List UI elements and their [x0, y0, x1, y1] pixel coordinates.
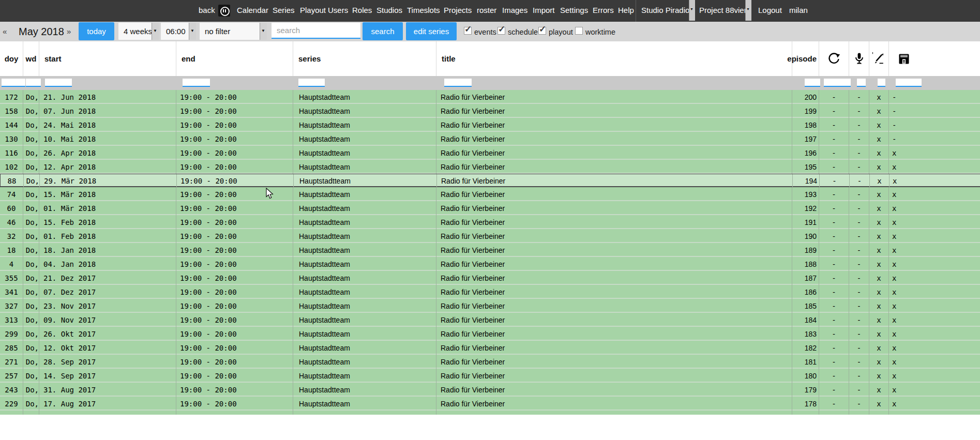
filter-doy-input[interactable]: [2, 79, 25, 87]
rerun-cell: -: [819, 285, 849, 299]
table-row[interactable]: 257Do,14. Sep 201719:00 - 20:00Hauptstad…: [0, 369, 980, 383]
filter-mic-input[interactable]: [857, 79, 866, 87]
table-row[interactable]: 158Do,07. Jun 201819:00 - 20:00Hauptstad…: [0, 104, 980, 118]
save-cell: -: [888, 104, 980, 118]
nav-import[interactable]: Import: [533, 6, 555, 14]
edit-cell: [869, 411, 888, 415]
table-row[interactable]: 229Do,17. Aug 201719:00 - 20:00Hauptstad…: [0, 397, 980, 411]
table-row[interactable]: 355Do,21. Dez 201719:00 - 20:00Hauptstad…: [0, 271, 980, 285]
save-cell: x: [888, 215, 980, 229]
column-header-rerun[interactable]: [819, 41, 849, 76]
nav-roles[interactable]: Roles: [352, 6, 372, 14]
column-header-title[interactable]: title: [436, 41, 792, 76]
filter-end-input[interactable]: [183, 79, 210, 87]
filter-select-arrow[interactable]: ▼: [260, 23, 267, 40]
column-header-doy[interactable]: doy: [0, 41, 23, 76]
nav-calendar[interactable]: Calendar: [237, 6, 268, 14]
column-header-wd[interactable]: wd: [23, 41, 39, 76]
column-header-series[interactable]: series: [293, 41, 436, 76]
filter-select[interactable]: no filter ▼: [200, 23, 267, 40]
nav-help[interactable]: Help: [618, 6, 634, 14]
table-row-hovered[interactable]: 88Do,29. Mär 201819:00 - 20:00Hauptstadt…: [0, 174, 980, 187]
studio-select-arrow[interactable]: ▼: [689, 0, 695, 21]
table-row[interactable]: 341Do,07. Dez 201719:00 - 20:00Hauptstad…: [0, 285, 980, 299]
nav-projects[interactable]: Projects: [444, 6, 472, 14]
nav-roster[interactable]: roster: [477, 6, 496, 14]
filter-episode-input[interactable]: [805, 79, 820, 87]
events-checkbox[interactable]: ✓: [464, 27, 472, 35]
search-button[interactable]: search: [363, 22, 403, 40]
check-icon: ✓: [498, 24, 505, 35]
episode-cell: 183: [792, 327, 819, 341]
table-row[interactable]: 18Do,18. Jan 201819:00 - 20:00Hauptstadt…: [0, 243, 980, 257]
project-select[interactable]: Project 88vier ▼: [699, 0, 751, 21]
today-button[interactable]: today: [79, 22, 114, 40]
nav-timeslots[interactable]: Timeslots: [407, 6, 440, 14]
table-row[interactable]: 271Do,28. Sep 201719:00 - 20:00Hauptstad…: [0, 355, 980, 369]
column-header-start[interactable]: start: [39, 41, 176, 76]
rerun-cell: -: [819, 215, 849, 229]
nav-images[interactable]: Images: [502, 6, 527, 14]
playout-checkbox[interactable]: ✓: [538, 27, 546, 35]
column-header-end[interactable]: end: [176, 41, 293, 76]
next-month-button[interactable]: »: [67, 27, 71, 36]
time-select[interactable]: 06:00 ▼: [161, 23, 196, 40]
logout-button[interactable]: Logout: [758, 6, 782, 14]
filter-save-input[interactable]: [896, 79, 922, 87]
table-row[interactable]: 172Do,21. Jun 201819:00 - 20:00Hauptstad…: [0, 90, 980, 104]
filter-wd-input[interactable]: [26, 79, 41, 87]
wd-cell: Do,: [23, 327, 39, 341]
table-row[interactable]: 285Do,12. Okt 201719:00 - 20:00Hauptstad…: [0, 341, 980, 355]
title-cell: Radio für Vierbeiner: [436, 299, 792, 313]
column-header-microphone[interactable]: [849, 41, 869, 76]
title-cell: Radio für Vierbeiner: [436, 285, 792, 299]
table-row[interactable]: 116Do,26. Apr 201819:00 - 20:00Hauptstad…: [0, 146, 980, 160]
nav-playout[interactable]: Playout: [300, 6, 326, 14]
column-header-save[interactable]: [888, 41, 980, 76]
table-row[interactable]: 327Do,23. Nov 201719:00 - 20:00Hauptstad…: [0, 299, 980, 313]
range-select-arrow[interactable]: ▼: [152, 23, 159, 40]
table-row[interactable]: 4Do,04. Jan 201819:00 - 20:00Hauptstadtt…: [0, 257, 980, 271]
nav-back[interactable]: back: [199, 6, 215, 14]
filter-start-input[interactable]: [45, 79, 72, 87]
rerun-icon: [827, 52, 841, 66]
search-input[interactable]: [272, 23, 360, 39]
episode-cell: 185: [792, 299, 819, 313]
nav-studios[interactable]: Studios: [376, 6, 402, 14]
nav-series[interactable]: Series: [273, 6, 295, 14]
table-row[interactable]: 299Do,26. Okt 201719:00 - 20:00Hauptstad…: [0, 327, 980, 341]
prev-month-button[interactable]: «: [3, 27, 7, 36]
column-header-episode[interactable]: episode: [792, 41, 819, 76]
end-cell: 19:00 - 20:00: [176, 327, 293, 341]
table-row[interactable]: 60Do,01. Mär 201819:00 - 20:00Hauptstadt…: [0, 201, 980, 215]
filter-rerun-input[interactable]: [824, 79, 851, 87]
piradio-logo-icon[interactable]: [218, 5, 230, 17]
table-row[interactable]: 144Do,24. Mai 201819:00 - 20:00Hauptstad…: [0, 118, 980, 132]
edit-series-button[interactable]: edit series: [406, 22, 457, 40]
project-select-arrow[interactable]: ▼: [745, 0, 751, 21]
filter-series-input[interactable]: [298, 79, 325, 87]
table-row[interactable]: 74Do,15. Mär 201819:00 - 20:00Hauptstadt…: [0, 187, 980, 201]
worktime-checkbox[interactable]: [575, 27, 583, 35]
column-header-edit[interactable]: [869, 41, 888, 76]
table-row[interactable]: 313Do,09. Nov 201719:00 - 20:00Hauptstad…: [0, 313, 980, 327]
range-select[interactable]: 4 weeks ▼: [118, 23, 159, 40]
episode-cell: 188: [792, 257, 819, 271]
nav-settings[interactable]: Settings: [560, 6, 588, 14]
time-select-arrow[interactable]: ▼: [189, 23, 196, 40]
wd-cell: Do,: [23, 229, 39, 243]
start-cell: 18. Jan 2018: [39, 243, 176, 257]
table-row[interactable]: 243Do,31. Aug 201719:00 - 20:00Hauptstad…: [0, 383, 980, 397]
table-row[interactable]: 130Do,10. Mai 201819:00 - 20:00Hauptstad…: [0, 132, 980, 146]
schedule-checkbox[interactable]: ✓: [497, 27, 505, 35]
nav-users[interactable]: Users: [328, 6, 348, 14]
studio-select[interactable]: Studio Piradio ▼: [641, 0, 695, 21]
filter-title-input[interactable]: [444, 79, 472, 87]
table-row[interactable]: 102Do,12. Apr 201819:00 - 20:00Hauptstad…: [0, 160, 980, 174]
table-row[interactable]: 32Do,01. Feb 201819:00 - 20:00Hauptstadt…: [0, 229, 980, 243]
top-nav-bar: back Calendar Series Playout Users Roles…: [0, 0, 980, 22]
nav-errors[interactable]: Errors: [593, 6, 614, 14]
wd-cell: Do,: [23, 341, 39, 355]
table-row[interactable]: 46Do,15. Feb 201819:00 - 20:00Hauptstadt…: [0, 215, 980, 229]
filter-edit-input[interactable]: [878, 79, 885, 87]
